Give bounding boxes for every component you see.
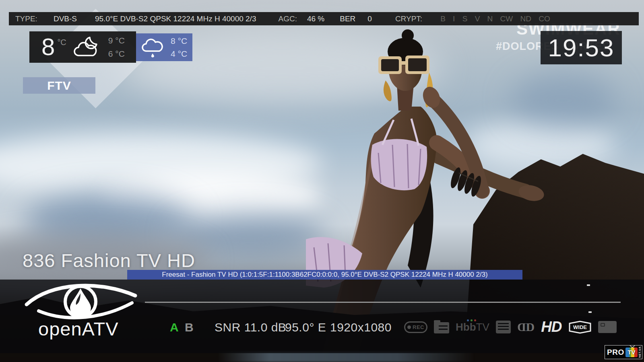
- event-placeholder-dash: [587, 284, 590, 286]
- clock: 19:53: [541, 31, 622, 64]
- today-high: 9 °C: [108, 36, 125, 45]
- crypt-flag: V: [475, 14, 480, 23]
- dolby-left-d: D: [517, 320, 526, 334]
- crypt-flag: S: [462, 14, 468, 23]
- rain-cloud-icon: [141, 37, 166, 58]
- current-temp-unit: °C: [57, 35, 66, 47]
- crypt-flag: CO: [539, 14, 550, 23]
- audio-track-b: B: [185, 321, 194, 334]
- weather-widget: 8 °C 9 °C 6 °C 8 °C 4 °C: [29, 31, 192, 63]
- type-label: TYPE:: [15, 14, 37, 23]
- audio-track-a: A: [170, 321, 179, 334]
- event-progress-line: [145, 302, 621, 303]
- channel-logo-ftv: FTV: [23, 77, 95, 94]
- today-minmax: 9 °C 6 °C: [108, 36, 125, 59]
- dolby-icon: DD: [517, 320, 535, 334]
- crypt-flags: B I S V N CW ND CO: [440, 14, 555, 23]
- watermark-netua: NET.UA: [638, 346, 641, 358]
- ber-label: BER: [340, 14, 355, 23]
- video-resolution: 1920x1080: [330, 321, 392, 334]
- transponder-value: 95.0°E DVB-S2 QPSK 12224 MHz H 40000 2/3: [95, 14, 256, 23]
- snr-value: SNR 11.0 dB: [215, 321, 286, 334]
- widescreen-icon: WIDE: [568, 320, 592, 335]
- hbbtv-label-rest: TV: [476, 321, 489, 333]
- agc-value: 46 %: [307, 14, 324, 23]
- type-value: DVB-S: [54, 14, 77, 23]
- ber-value: 0: [367, 14, 372, 23]
- event-placeholder-dash: [588, 311, 592, 313]
- today-low: 6 °C: [108, 49, 125, 59]
- watermark-tv-icon: TV: [625, 348, 638, 357]
- crypt-label: CRYPT:: [395, 14, 422, 23]
- service-reference-bar: Freesat - Fashion TV HD (1:0:1:5F:1:1100…: [127, 270, 522, 280]
- weather-forecast: 8 °C 4 °C: [136, 33, 192, 61]
- rec-icon: REC: [404, 321, 427, 333]
- dolby-right-d: D: [526, 320, 535, 334]
- watermark-tv-label: TV: [627, 349, 635, 356]
- current-temp: 8: [41, 35, 55, 59]
- crypt-flag: B: [440, 14, 446, 23]
- crypt-flag: ND: [520, 14, 531, 23]
- forecast-minmax: 8 °C 4 °C: [171, 36, 187, 59]
- movielist-folder-icon: [434, 322, 449, 333]
- crypt-flag: I: [453, 14, 455, 23]
- forecast-low: 4 °C: [171, 49, 187, 59]
- hbbtv-label-bold: Hbb: [456, 321, 476, 333]
- status-icon-row: REC HbbTV DD HD WIDE: [404, 319, 617, 335]
- hd-icon: HD: [541, 319, 561, 335]
- openatv-eye-logo: [23, 280, 140, 320]
- watermark-pro: PRO: [607, 348, 624, 357]
- infobar-panel: openATV A B SNR 11.0 dB 95.0° E 1920x108…: [0, 280, 644, 353]
- orbital-position: 95.0° E: [285, 321, 326, 334]
- crypt-flag: N: [487, 14, 493, 23]
- forecast-high: 8 °C: [171, 36, 187, 46]
- channel-title: 836 Fashion TV HD: [23, 249, 195, 272]
- protv-watermark: PRO TV NET.UA: [605, 345, 642, 359]
- rec-label: REC: [413, 324, 424, 330]
- moon-cloud-icon: [72, 35, 102, 59]
- antenna-icon: [630, 345, 635, 348]
- ci-card-icon: [598, 321, 617, 333]
- agc-label: AGC:: [278, 14, 297, 23]
- svg-text:WIDE: WIDE: [573, 324, 587, 330]
- weather-current: 8 °C 9 °C 6 °C: [29, 31, 136, 63]
- hbbtv-icon: HbbTV: [456, 321, 489, 333]
- rec-dot-icon: [407, 325, 411, 329]
- crypt-flag: CW: [500, 14, 513, 23]
- tuner-status-bar: TYPE: DVB-S 95.0°E DVB-S2 QPSK 12224 MHz…: [9, 12, 639, 25]
- teletext-icon: [496, 321, 511, 333]
- openatv-wordmark: openATV: [38, 318, 118, 340]
